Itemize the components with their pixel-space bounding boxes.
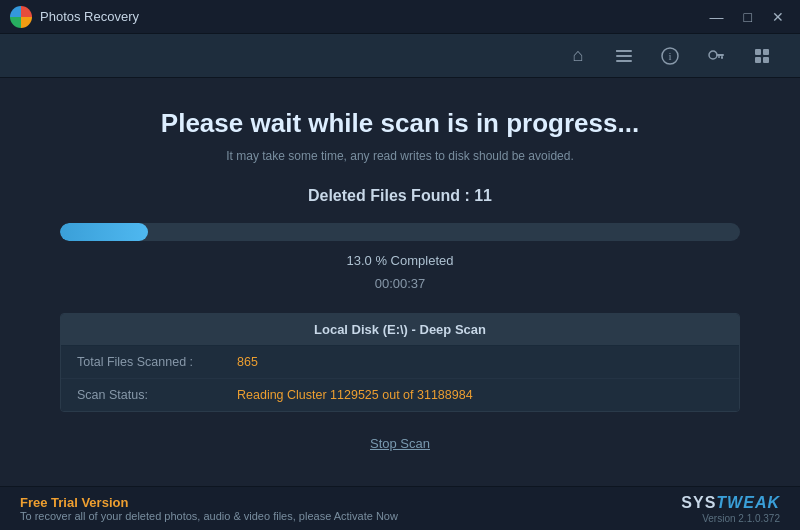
scan-title: Please wait while scan is in progress...: [161, 108, 639, 139]
title-bar: Photos Recovery — □ ✕: [0, 0, 800, 34]
svg-rect-9: [718, 56, 720, 58]
home-icon[interactable]: ⌂: [560, 38, 596, 74]
progress-fill: [60, 223, 148, 241]
footer-trial: Free Trial Version To recover all of you…: [20, 495, 681, 522]
svg-rect-8: [721, 56, 723, 59]
info-icon[interactable]: i: [652, 38, 688, 74]
app-title: Photos Recovery: [40, 9, 704, 24]
main-content: Please wait while scan is in progress...…: [0, 78, 800, 475]
app-icon: [10, 6, 32, 28]
table-row: Scan Status: Reading Cluster 1129525 out…: [61, 379, 739, 411]
svg-rect-12: [755, 57, 761, 63]
scan-subtitle: It may take some time, any read writes t…: [226, 149, 574, 163]
table-row: Total Files Scanned : 865: [61, 346, 739, 379]
maximize-button[interactable]: □: [738, 8, 758, 26]
svg-rect-3: [616, 50, 620, 52]
progress-text: 13.0 % Completed: [347, 253, 454, 268]
key-icon[interactable]: [698, 38, 734, 74]
svg-text:i: i: [668, 50, 671, 62]
minimize-button[interactable]: —: [704, 8, 730, 26]
row-label-status: Scan Status:: [77, 388, 237, 402]
footer: Free Trial Version To recover all of you…: [0, 486, 800, 530]
list-icon[interactable]: [606, 38, 642, 74]
scan-table-header: Local Disk (E:\) - Deep Scan: [61, 314, 739, 346]
brand-name: SYSTWEAK: [681, 494, 780, 512]
footer-brand-block: SYSTWEAK Version 2.1.0.372: [681, 494, 780, 524]
scan-info-table: Local Disk (E:\) - Deep Scan Total Files…: [60, 313, 740, 412]
svg-rect-10: [755, 49, 761, 55]
grid-icon[interactable]: [744, 38, 780, 74]
stop-scan-button[interactable]: Stop Scan: [362, 432, 438, 455]
svg-rect-11: [763, 49, 769, 55]
row-label-files: Total Files Scanned :: [77, 355, 237, 369]
files-found-count: 11: [474, 187, 492, 204]
svg-rect-7: [716, 54, 724, 56]
svg-point-6: [709, 51, 717, 59]
trial-title: Free Trial Version: [20, 495, 681, 510]
svg-rect-2: [616, 60, 632, 62]
svg-rect-1: [616, 55, 632, 57]
progress-bar-container: [60, 223, 740, 241]
version-text: Version 2.1.0.372: [681, 513, 780, 524]
row-value-status: Reading Cluster 1129525 out of 31188984: [237, 388, 473, 402]
files-found-label: Deleted Files Found :: [308, 187, 470, 204]
window-controls: — □ ✕: [704, 8, 790, 26]
close-button[interactable]: ✕: [766, 8, 790, 26]
trial-desc: To recover all of your deleted photos, a…: [20, 510, 681, 522]
toolbar: ⌂ i: [0, 34, 800, 78]
files-found: Deleted Files Found : 11: [308, 187, 492, 205]
row-value-files: 865: [237, 355, 258, 369]
timer-text: 00:00:37: [375, 276, 426, 291]
svg-rect-13: [763, 57, 769, 63]
